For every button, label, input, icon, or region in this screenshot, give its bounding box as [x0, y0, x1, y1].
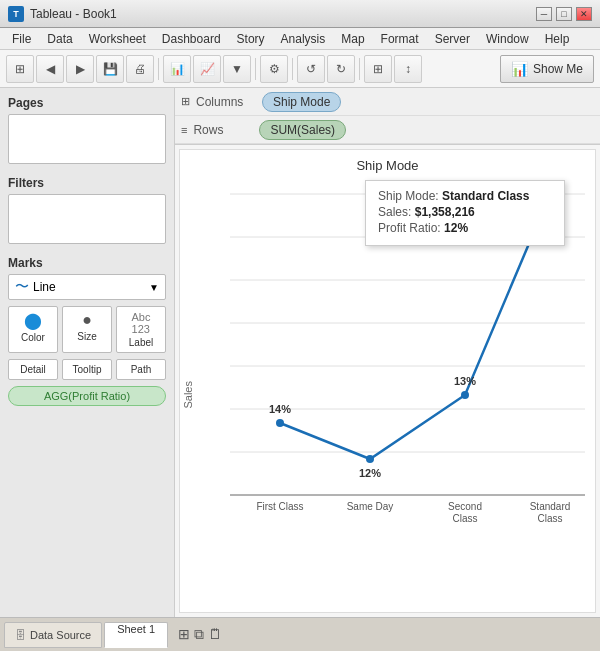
marks-label: Marks: [8, 256, 166, 270]
label-abc-icon: Abc123: [132, 311, 151, 335]
svg-text:Second: Second: [448, 501, 482, 512]
close-button[interactable]: ✕: [576, 7, 592, 21]
size-circle-icon: ●: [82, 311, 92, 329]
datasource-tab[interactable]: 🗄 Data Source: [4, 622, 102, 648]
menu-dashboard[interactable]: Dashboard: [154, 30, 229, 48]
tooltip-profit-label: Profit Ratio:: [378, 221, 441, 235]
toolbar-refresh-button[interactable]: ↺: [297, 55, 325, 83]
sum-sales-pill[interactable]: SUM(Sales): [259, 120, 346, 140]
menu-file[interactable]: File: [4, 30, 39, 48]
window-controls[interactable]: ─ □ ✕: [536, 7, 592, 21]
filters-section: Filters: [8, 176, 166, 244]
new-worksheet-icon[interactable]: ⊞: [178, 626, 190, 643]
columns-shelf: ⊞ Columns Ship Mode: [175, 88, 600, 116]
point-second-class[interactable]: [461, 391, 469, 399]
toolbar-save-button[interactable]: 💾: [96, 55, 124, 83]
ship-mode-pill[interactable]: Ship Mode: [262, 92, 341, 112]
marks-tooltip-button[interactable]: Tooltip: [62, 359, 112, 380]
marks-label-label: Label: [129, 337, 153, 348]
toolbar-line-chart-button[interactable]: 📈: [193, 55, 221, 83]
toolbar-group-button[interactable]: ⊞: [364, 55, 392, 83]
toolbar-chart-options-button[interactable]: ▼: [223, 55, 251, 83]
marks-size-button[interactable]: ● Size: [62, 306, 112, 353]
maximize-button[interactable]: □: [556, 7, 572, 21]
filters-label: Filters: [8, 176, 166, 190]
color-circle-icon: ⬤: [24, 311, 42, 330]
marks-path-button[interactable]: Path: [116, 359, 166, 380]
sheet-tab[interactable]: Sheet 1: [104, 622, 168, 648]
y-axis-label: Sales: [182, 381, 194, 409]
menu-worksheet[interactable]: Worksheet: [81, 30, 154, 48]
menu-window[interactable]: Window: [478, 30, 537, 48]
menu-data[interactable]: Data: [39, 30, 80, 48]
columns-label: Columns: [196, 95, 256, 109]
toolbar-new-button[interactable]: ⊞: [6, 55, 34, 83]
tooltip-shipmode-label: Ship Mode:: [378, 189, 439, 203]
duplicate-sheet-icon[interactable]: ⧉: [194, 626, 204, 643]
tooltip-sales-value: $1,358,216: [415, 205, 475, 219]
show-me-button[interactable]: 📊 Show Me: [500, 55, 594, 83]
marks-detail-buttons: Detail Tooltip Path: [8, 359, 166, 380]
marks-path-label: Path: [131, 364, 152, 375]
tooltip-profit-row: Profit Ratio: 12%: [378, 221, 552, 235]
menu-format[interactable]: Format: [373, 30, 427, 48]
tooltip-shipmode-value: Standard Class: [442, 189, 529, 203]
cylinder-icon: 🗄: [15, 629, 26, 641]
toolbar-divider-1: [158, 58, 159, 80]
left-panel: Pages Filters Marks 〜 Line ▼ ⬤ Color ● S…: [0, 88, 175, 617]
svg-text:Same Day: Same Day: [347, 501, 394, 512]
toolbar-sort-button[interactable]: ↕: [394, 55, 422, 83]
toolbar-back-button[interactable]: ◀: [36, 55, 64, 83]
toolbar: ⊞ ◀ ▶ 💾 🖨 📊 📈 ▼ ⚙ ↺ ↻ ⊞ ↕ 📊 Show Me: [0, 50, 600, 88]
toolbar-bar-chart-button[interactable]: 📊: [163, 55, 191, 83]
marks-section: Marks 〜 Line ▼ ⬤ Color ● Size Abc123 Lab…: [8, 256, 166, 406]
menu-analysis[interactable]: Analysis: [273, 30, 334, 48]
show-me-label: Show Me: [533, 62, 583, 76]
window-title: Tableau - Book1: [30, 7, 117, 21]
tooltip-profit-value: 12%: [444, 221, 468, 235]
menu-story[interactable]: Story: [229, 30, 273, 48]
marks-color-button[interactable]: ⬤ Color: [8, 306, 58, 353]
chart-area: Ship Mode $1,400,000 $1,200,000 $1,000,0…: [179, 149, 596, 613]
chart-tooltip: Ship Mode: Standard Class Sales: $1,358,…: [365, 180, 565, 246]
add-sheet-icon[interactable]: 🗒: [208, 626, 222, 643]
toolbar-refresh2-button[interactable]: ↻: [327, 55, 355, 83]
marks-type-dropdown[interactable]: 〜 Line ▼: [8, 274, 166, 300]
pages-box[interactable]: [8, 114, 166, 164]
toolbar-print-button[interactable]: 🖨: [126, 55, 154, 83]
sheet-label: Sheet 1: [117, 623, 155, 635]
rows-shelf: ≡ Rows SUM(Sales): [175, 116, 600, 144]
pages-label: Pages: [8, 96, 166, 110]
point-same-day[interactable]: [366, 455, 374, 463]
point-first-class[interactable]: [276, 419, 284, 427]
menu-help[interactable]: Help: [537, 30, 578, 48]
datasource-label: Data Source: [30, 629, 91, 641]
app-icon: T: [8, 6, 24, 22]
toolbar-filter-button[interactable]: ⚙: [260, 55, 288, 83]
agg-profit-ratio-pill[interactable]: AGG(Profit Ratio): [8, 386, 166, 406]
menu-server[interactable]: Server: [427, 30, 478, 48]
marks-detail-button[interactable]: Detail: [8, 359, 58, 380]
columns-grid-icon: ⊞: [181, 95, 190, 108]
toolbar-divider-3: [292, 58, 293, 80]
rows-grid-icon: ≡: [181, 124, 187, 136]
shelf-area: ⊞ Columns Ship Mode ≡ Rows SUM(Sales): [175, 88, 600, 145]
chart-icon: 📊: [511, 61, 528, 77]
toolbar-divider-2: [255, 58, 256, 80]
filters-box[interactable]: [8, 194, 166, 244]
menu-bar: File Data Worksheet Dashboard Story Anal…: [0, 28, 600, 50]
marks-property-buttons: ⬤ Color ● Size Abc123 Label: [8, 306, 166, 353]
right-panel: ⊞ Columns Ship Mode ≡ Rows SUM(Sales) Sh…: [175, 88, 600, 617]
svg-text:Class: Class: [452, 513, 477, 524]
pages-section: Pages: [8, 96, 166, 164]
minimize-button[interactable]: ─: [536, 7, 552, 21]
tooltip-sales-row: Sales: $1,358,216: [378, 205, 552, 219]
tooltip-sales-label: Sales:: [378, 205, 411, 219]
tab-action-icons: ⊞ ⧉ 🗒: [178, 626, 222, 643]
menu-map[interactable]: Map: [333, 30, 372, 48]
marks-label-button[interactable]: Abc123 Label: [116, 306, 166, 353]
chart-title: Ship Mode: [180, 150, 595, 177]
toolbar-forward-button[interactable]: ▶: [66, 55, 94, 83]
toolbar-divider-4: [359, 58, 360, 80]
main-layout: Pages Filters Marks 〜 Line ▼ ⬤ Color ● S…: [0, 88, 600, 617]
